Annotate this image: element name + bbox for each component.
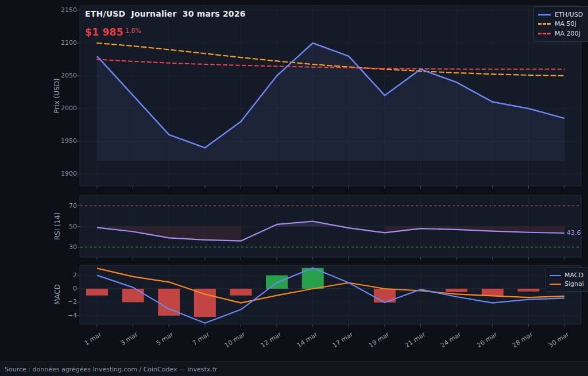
footer-bar: Source : données agrégées Investing.com … — [0, 361, 588, 376]
y-tick-label: 2050 — [52, 72, 77, 80]
rsi-x-tickmarks — [97, 257, 564, 260]
y-tick-label: 70 — [52, 202, 77, 210]
ma50-line-swatch — [538, 23, 551, 25]
macd-histogram-bar — [86, 289, 108, 296]
y-tick-label: 2100 — [52, 39, 77, 47]
y-tick-label: −4 — [52, 312, 77, 320]
legend-item-ethusd[interactable]: ETH/USD — [538, 10, 587, 19]
macd-histogram-bar — [446, 289, 467, 292]
y-tick-label: −2 — [52, 298, 77, 306]
legend-item-ma200[interactable]: MA 200j — [538, 29, 587, 38]
chart-title: ETH/USD Journalier 30 mars 2026 — [85, 9, 246, 18]
price-change-percent: 1.8% — [125, 27, 141, 34]
price-legend: ETH/USD MA 50j MA 200j — [533, 6, 588, 42]
macd-x-tickmarks — [97, 324, 564, 327]
y-tick-label: 2 — [52, 272, 77, 280]
macd-histogram-bar — [122, 289, 144, 302]
macd-legend: MACD Signal — [545, 268, 588, 292]
macd-histogram-bar — [194, 289, 216, 317]
macd-histogram-bar — [482, 289, 504, 296]
rsi-last-value: 43.6 — [567, 229, 581, 237]
ma200-line-swatch — [538, 33, 551, 34]
signal-line-swatch — [550, 284, 561, 285]
price-x-tickmarks — [97, 186, 564, 189]
legend-item-signal[interactable]: Signal — [550, 280, 586, 288]
y-tick-label: 2150 — [52, 6, 77, 14]
macd-histogram-bar — [374, 289, 396, 303]
source-text: Source : données agrégées Investing.com … — [5, 366, 217, 373]
chart-canvas[interactable] — [0, 0, 588, 376]
y-tick-label: 30 — [52, 243, 77, 251]
price-header: $1 985 1.8% — [85, 26, 141, 38]
y-tick-label: 1900 — [52, 170, 77, 178]
y-tick-label: 50 — [52, 223, 77, 231]
chart-figure: ETH/USD Journalier 30 mars 2026 $1 985 1… — [0, 0, 588, 376]
macd-histogram-bar — [230, 289, 252, 296]
y-tick-label: 2000 — [52, 104, 77, 113]
macd-histogram-bar — [517, 289, 539, 292]
legend-item-ma50[interactable]: MA 50j — [538, 20, 587, 28]
y-tick-label: 0 — [52, 285, 77, 293]
price-value: $1 985 — [85, 26, 123, 38]
ethusd-line-swatch — [538, 14, 551, 15]
legend-item-macd[interactable]: MACD — [550, 271, 586, 280]
macd-line-swatch — [550, 275, 561, 276]
y-tick-label: 1950 — [52, 137, 77, 145]
